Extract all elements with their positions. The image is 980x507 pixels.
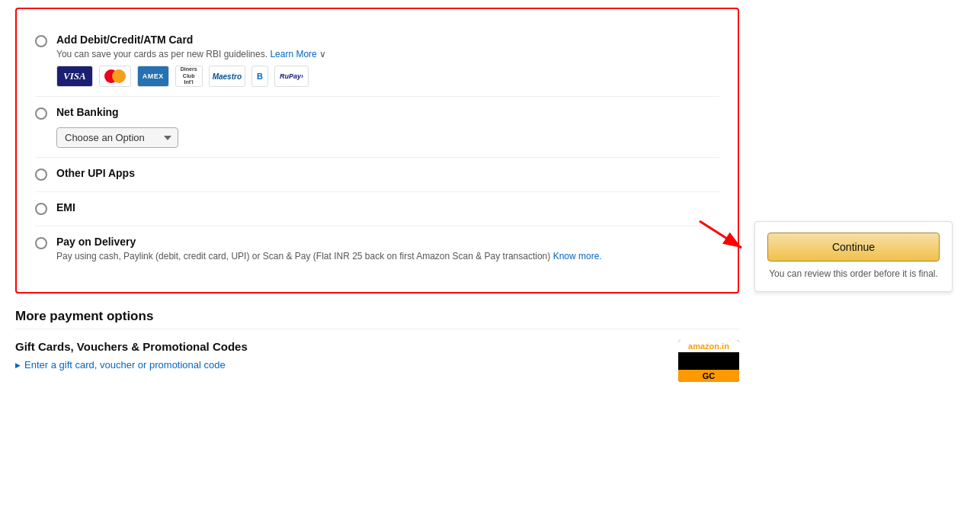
- arrow-svg: [692, 213, 753, 259]
- radio-upi[interactable]: [35, 168, 47, 181]
- payment-option-pod: Pay on Delivery Pay using cash, Paylink …: [35, 226, 719, 277]
- amazon-gc-top: amazon.in: [678, 340, 739, 352]
- payment-box: Add Debit/Credit/ATM Card You can save y…: [15, 8, 739, 294]
- gift-card-section: Gift Cards, Vouchers & Promotional Codes…: [15, 340, 739, 382]
- radio-pod[interactable]: [35, 237, 47, 249]
- mastercard-icon: [99, 66, 131, 87]
- continue-button[interactable]: Continue: [767, 233, 940, 262]
- amazon-gc-badge: amazon.in GC: [678, 340, 739, 382]
- amazon-gc-bottom: GC: [678, 370, 739, 382]
- more-payment-title: More payment options: [15, 309, 739, 329]
- pod-option-title: Pay on Delivery: [56, 236, 719, 248]
- netbanking-option-content: Net Banking Choose an Option SBI HDFC Ba…: [56, 106, 719, 148]
- main-content: Add Debit/Credit/ATM Card You can save y…: [15, 8, 739, 499]
- know-more-link[interactable]: Know more.: [553, 251, 602, 262]
- card-option-subtitle: You can save your cards as per new RBI g…: [56, 49, 719, 59]
- payment-option-emi: EMI: [35, 191, 719, 226]
- svg-line-1: [700, 221, 741, 248]
- payment-option-card: Add Debit/Credit/ATM Card You can save y…: [35, 24, 719, 96]
- learn-more-link[interactable]: Learn More: [270, 49, 316, 59]
- card-option-content: Add Debit/Credit/ATM Card You can save y…: [56, 34, 719, 87]
- maestro-icon: Maestro: [209, 66, 245, 87]
- gift-card-header: Gift Cards, Vouchers & Promotional Codes…: [15, 340, 739, 382]
- payment-option-netbanking: Net Banking Choose an Option SBI HDFC Ba…: [35, 96, 719, 157]
- emi-option-content: EMI: [56, 201, 719, 217]
- emi-option-title: EMI: [56, 201, 719, 213]
- netbanking-select[interactable]: Choose an Option SBI HDFC Bank ICICI Ban…: [56, 127, 178, 148]
- card-icons: VISA AMEX DinersClubInt'l Maestro B RuPa…: [56, 66, 719, 87]
- continue-note: You can review this order before it is f…: [767, 268, 940, 281]
- continue-box: Continue You can review this order befor…: [754, 221, 953, 292]
- page-wrapper: Add Debit/Credit/ATM Card You can save y…: [0, 0, 980, 507]
- netbanking-option-title: Net Banking: [56, 106, 719, 118]
- sidebar: Continue You can review this order befor…: [739, 8, 953, 499]
- amazon-gc-logo: amazon: [688, 342, 719, 351]
- upi-option-content: Other UPI Apps: [56, 167, 719, 182]
- upi-option-title: Other UPI Apps: [56, 167, 719, 179]
- card-option-title: Add Debit/Credit/ATM Card: [56, 34, 719, 46]
- rupay-icon: RuPay›: [274, 66, 309, 87]
- bhim-icon: B: [251, 66, 268, 87]
- radio-netbanking[interactable]: [35, 107, 47, 120]
- gift-card-link[interactable]: Enter a gift card, voucher or promotiona…: [15, 359, 248, 371]
- radio-card[interactable]: [35, 35, 47, 47]
- diners-icon: DinersClubInt'l: [175, 66, 203, 87]
- gift-card-left: Gift Cards, Vouchers & Promotional Codes…: [15, 340, 248, 371]
- radio-emi[interactable]: [35, 203, 47, 215]
- pod-option-subtitle: Pay using cash, Paylink (debit, credit c…: [56, 251, 719, 262]
- pod-option-content: Pay on Delivery Pay using cash, Paylink …: [56, 236, 719, 268]
- arrow-indicator: [692, 213, 753, 262]
- more-payment-section: More payment options Gift Cards, Voucher…: [15, 309, 739, 382]
- payment-option-upi: Other UPI Apps: [35, 157, 719, 191]
- amex-icon: AMEX: [137, 66, 169, 87]
- gift-card-title: Gift Cards, Vouchers & Promotional Codes: [15, 340, 248, 353]
- visa-icon: VISA: [56, 66, 93, 87]
